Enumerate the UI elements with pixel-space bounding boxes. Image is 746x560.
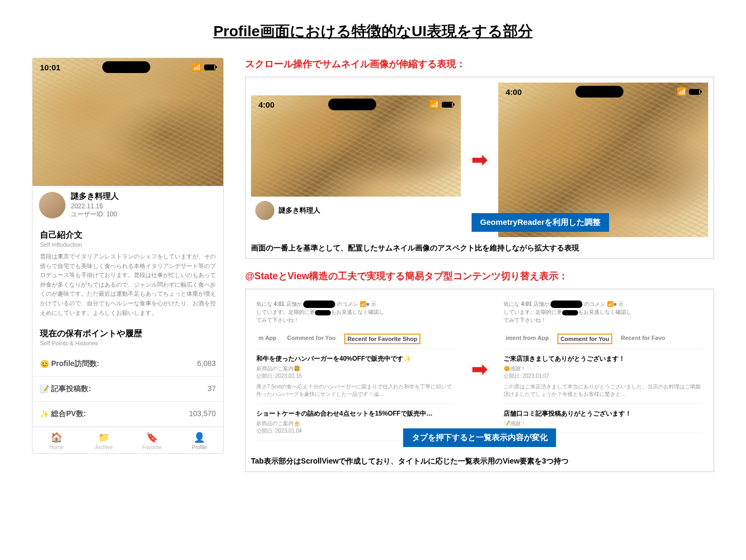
archive-icon: 📁 <box>80 432 128 443</box>
wifi-icon: 📶 <box>429 100 440 109</box>
mini-phone-before: 4:00 📶 謎多き料理人 <box>251 95 461 224</box>
list-item[interactable]: ご来店頂きましてありがとうございます！ 😊感謝！ 公開日: 2023.01.07… <box>504 349 703 404</box>
profile-header: 謎多き料理人 2022.11.16 ユーザーID: 100 <box>33 186 223 224</box>
item-sub: 新商品のご案内🎂 <box>256 420 456 427</box>
item-sub: 📝感謝！ <box>504 420 703 427</box>
status-time: 10:01 <box>40 63 60 72</box>
stat-row[interactable]: 📝記事投稿数: 37 <box>33 377 223 402</box>
history-title: 現在の保有ポイントや履歴 <box>40 328 216 339</box>
section1-header: スクロール操作でサムネイル画像が伸縮する表現： <box>245 58 714 70</box>
stat-row[interactable]: ✨総合PV数: 103,570 <box>33 402 223 427</box>
profile-date: 2022.11.16 <box>71 202 217 210</box>
section2-caption: Tab表示部分はScrollViewで作成しており、タイトルに応じた一覧表示用の… <box>251 457 708 466</box>
wifi-icon: 📶 <box>677 87 687 96</box>
tab-chip[interactable]: iment from App <box>504 334 551 344</box>
item-date: 公開日: 2023.01.07 <box>504 372 703 380</box>
tab-home[interactable]: 🏠Home <box>33 427 80 453</box>
profile-id: ユーザーID: 100 <box>71 210 217 219</box>
tab-archive[interactable]: 📁Archive <box>80 427 128 453</box>
list-item[interactable]: 和牛を使ったハンバーガーを40%OFFで販売中です✨ 新商品のご案内🍔 公開日:… <box>256 349 456 404</box>
notch <box>328 99 376 110</box>
battery-icon <box>204 64 216 70</box>
tab-favorite[interactable]: 🔖Favorite <box>128 427 176 453</box>
tab-phone-2: 気にな 4:01 店舗か のコメン 📶■ 示 しています。定期的に更もお見逃しな… <box>498 295 708 436</box>
battery-icon <box>442 102 453 108</box>
favorite-icon: 🔖 <box>128 432 176 443</box>
emoji-icon: 📝 <box>40 385 49 393</box>
mini-phone-after: 4:00 📶 GeometryReaderを利用した調整 <box>498 83 708 237</box>
stats-list: 😊Profile訪問数: 6,083 📝記事投稿数: 37 ✨総合PV数: 10… <box>33 352 223 427</box>
status-bar: 4:00 📶 <box>498 83 708 101</box>
stat-value: 103,570 <box>189 409 216 419</box>
tab-chip[interactable]: Comment for You <box>285 334 338 344</box>
arrow-icon: ➡ <box>472 358 488 380</box>
profile-name: 謎多き料理人 <box>71 191 217 201</box>
tabs-scroll[interactable]: iment from App Comment for You Recent fo… <box>504 329 703 349</box>
intro-text: 普段は東京でイタリアンレストランのシェフをしていますが、その傍らで自宅でも美味し… <box>40 252 216 318</box>
hero-image <box>33 58 223 186</box>
history-sub: Self Points & Histories <box>40 340 216 346</box>
emoji-icon: 😊 <box>40 360 49 368</box>
section1-caption: 画面の一番上を基準として、配置したサムネイル画像のアスペクト比を維持しながら拡大… <box>251 244 708 253</box>
item-desc: この度はご来店頂きまして本当にありがとうございました。当店のお料理はご堪能頂けま… <box>504 383 703 398</box>
status-bar: 10:01 📶 <box>33 58 223 76</box>
home-icon: 🏠 <box>33 432 80 443</box>
intro-sub: Self Inftoduction <box>40 241 216 248</box>
item-title: ご来店頂きましてありがとうございます！ <box>504 354 703 363</box>
stat-value: 37 <box>207 384 216 394</box>
stat-row[interactable]: 😊Profile訪問数: 6,083 <box>33 352 223 377</box>
profile-phone-mockup: 10:01 📶 謎多き料理人 2022.11.16 ユーザーID: 100 <box>32 58 224 454</box>
header-text: 気にな 4:01 店舗か のコメン 📶■ 示 しています。定期的に更もお見逃しな… <box>256 300 456 324</box>
tab-chip-selected[interactable]: Comment for You <box>557 334 612 344</box>
item-title: 店舗口コミ記事投稿ありがとうございます！ <box>504 409 703 418</box>
tab-bar: 🏠Home 📁Archive 🔖Favorite 👤Profile <box>33 427 223 453</box>
profile-name: 謎多き料理人 <box>279 206 320 215</box>
item-sub: 😊感謝！ <box>504 365 703 372</box>
item-date: 公開日: 2023.01.15 <box>256 372 456 380</box>
intro-title: 自己紹介文 <box>40 230 216 241</box>
avatar[interactable] <box>39 192 66 218</box>
tab-chip[interactable]: m App <box>256 334 279 344</box>
item-title: 和牛を使ったハンバーガーを40%OFFで販売中です✨ <box>256 354 456 363</box>
emoji-icon: ✨ <box>40 410 49 418</box>
status-bar: 4:00 📶 <box>251 95 461 113</box>
profile-icon: 👤 <box>176 432 224 443</box>
header-text: 気にな 4:01 店舗か のコメン 📶■ 示 しています。定期的に更もお見逃しな… <box>504 300 703 324</box>
status-time: 4:00 <box>258 100 274 109</box>
section2-panel: 気にな 4:01 店舗か のコメン 📶■ 示 しています。定期的に更もお見逃しな… <box>245 289 714 472</box>
tab-chip-selected[interactable]: Recent for Favorite Shop <box>344 334 420 344</box>
item-desc: 厚さ7.5cmの食べ応え十分のハンバーガーに固まりで仕入れた和牛を丁寧に叩いて作… <box>256 383 456 398</box>
stat-value: 6,083 <box>197 359 216 369</box>
item-sub: 新商品のご案内🍔 <box>256 365 456 372</box>
arrow-icon: ➡ <box>472 149 488 171</box>
notch <box>575 86 623 98</box>
status-time: 4:00 <box>506 87 522 96</box>
tab-chip[interactable]: Recent for Favo <box>619 334 667 344</box>
annotation-label: タブを押下すると一覧表示内容が変化 <box>403 428 556 447</box>
wifi-icon: 📶 <box>192 62 202 72</box>
notch <box>102 61 150 73</box>
tabs-scroll[interactable]: m App Comment for You Recent for Favorit… <box>256 329 456 349</box>
section1-panel: 4:00 📶 謎多き料理人 ➡ 4:00 <box>245 77 714 259</box>
annotation-label: GeometryReaderを利用した調整 <box>472 213 609 232</box>
battery-icon <box>689 89 701 95</box>
tab-profile[interactable]: 👤Profile <box>176 427 224 453</box>
avatar[interactable] <box>255 201 274 220</box>
page-title: Profile画面における特徴的なUI表現をする部分 <box>32 21 714 42</box>
item-title: ショートケーキの詰め合わせ4点セットを15%OFFで販売中… <box>256 409 456 418</box>
tab-phone-1: 気にな 4:01 店舗か のコメン 📶■ 示 しています。定期的に更もお見逃しな… <box>251 295 461 444</box>
section2-header: @StateとView構造の工夫で実現する簡易タブ型コンテンツ切り替え表示： <box>245 270 714 282</box>
